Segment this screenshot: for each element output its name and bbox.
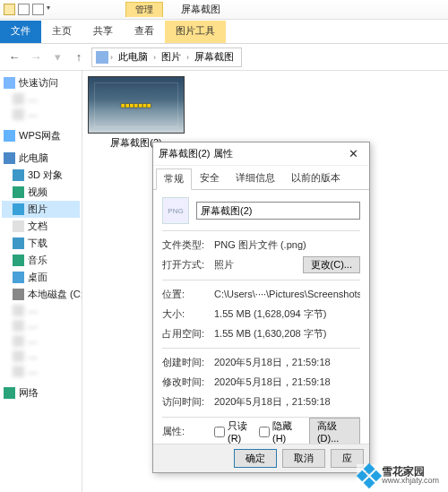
label-created: 创建时间: bbox=[162, 356, 209, 369]
up-button[interactable]: ↑ bbox=[70, 48, 88, 66]
breadcrumb[interactable]: › 此电脑 › 图片 › 屏幕截图 bbox=[91, 47, 242, 67]
sidebar-wps[interactable]: WPS网盘 bbox=[2, 127, 80, 144]
video-icon bbox=[13, 186, 24, 198]
titlebar: ▾ 管理 屏幕截图 bbox=[0, 0, 448, 20]
drive-icon bbox=[13, 320, 24, 332]
value-created: 2020年5月18日，21:59:18 bbox=[214, 356, 360, 369]
sidebar-item-blurred[interactable]: — bbox=[2, 349, 80, 364]
value-modified: 2020年5月18日，21:59:18 bbox=[214, 375, 360, 389]
tab-home[interactable]: 主页 bbox=[41, 21, 82, 43]
sidebar-item-desktop[interactable]: 桌面 bbox=[2, 269, 80, 286]
thumbnail-overlay-text: ■■■■■■■ bbox=[121, 101, 151, 109]
label-modified: 修改时间: bbox=[162, 375, 209, 389]
tab-security[interactable]: 安全 bbox=[192, 168, 228, 189]
snowflake-icon bbox=[357, 462, 382, 488]
change-button[interactable]: 更改(C)... bbox=[303, 256, 360, 273]
tab-view[interactable]: 查看 bbox=[124, 21, 165, 43]
sidebar-item-3d[interactable]: 3D 对象 bbox=[2, 167, 80, 184]
close-button[interactable]: ✕ bbox=[342, 147, 364, 160]
download-icon bbox=[13, 237, 24, 249]
recent-dropdown-icon[interactable]: ▾ bbox=[48, 48, 66, 66]
properties-dialog: 屏幕截图(2) 属性 ✕ 常规 安全 详细信息 以前的版本 PNG 文件类型:P… bbox=[152, 142, 370, 473]
value-size: 1.55 MB (1,628,094 字节) bbox=[214, 307, 360, 321]
value-accessed: 2020年5月18日，21:59:18 bbox=[214, 395, 360, 409]
sidebar-item-blurred[interactable]: — bbox=[2, 333, 80, 349]
sidebar-item-downloads[interactable]: 下载 bbox=[2, 235, 80, 252]
value-type: PNG 图片文件 (.png) bbox=[214, 238, 360, 252]
tab-previous-versions[interactable]: 以前的版本 bbox=[283, 168, 349, 189]
dialog-tabs: 常规 安全 详细信息 以前的版本 bbox=[153, 166, 369, 190]
advanced-button[interactable]: 高级(D)... bbox=[309, 418, 360, 444]
crumb-leaf[interactable]: 屏幕截图 bbox=[191, 50, 237, 64]
ok-button[interactable]: 确定 bbox=[234, 449, 277, 468]
sidebar-label: — bbox=[28, 94, 38, 105]
value-openwith: 照片 bbox=[214, 258, 297, 272]
drive-icon bbox=[13, 366, 24, 377]
value-sizeondisk: 1.55 MB (1,630,208 字节) bbox=[214, 327, 360, 341]
sidebar-label: 音乐 bbox=[28, 254, 47, 267]
folder-icon bbox=[13, 108, 24, 120]
sidebar-label: 本地磁盘 (C:) bbox=[28, 288, 82, 301]
tab-file[interactable]: 文件 bbox=[0, 21, 41, 43]
sidebar-quick-access[interactable]: 快速访问 bbox=[2, 74, 80, 91]
pc-icon bbox=[4, 152, 15, 164]
image-icon bbox=[13, 203, 24, 215]
tab-details[interactable]: 详细信息 bbox=[228, 168, 283, 189]
sidebar-network[interactable]: 网络 bbox=[2, 384, 80, 401]
sidebar-label: — bbox=[28, 109, 38, 120]
sidebar-item-videos[interactable]: 视频 bbox=[2, 184, 80, 201]
back-button[interactable]: ← bbox=[5, 48, 23, 66]
label-size: 大小: bbox=[162, 307, 209, 321]
sidebar-item-documents[interactable]: 文档 bbox=[2, 218, 80, 235]
contextual-tab-label: 管理 bbox=[125, 2, 163, 17]
network-icon bbox=[4, 387, 15, 399]
sidebar-item-blurred[interactable]: — bbox=[2, 318, 80, 333]
label-location: 位置: bbox=[162, 288, 209, 301]
folder-icon bbox=[4, 4, 15, 15]
sidebar-this-pc[interactable]: 此电脑 bbox=[2, 150, 80, 167]
cancel-button[interactable]: 取消 bbox=[282, 449, 325, 468]
sidebar-item-drive-c[interactable]: 本地磁盘 (C:) bbox=[2, 286, 80, 303]
label-sizeondisk: 占用空间: bbox=[162, 327, 209, 341]
qat-item[interactable] bbox=[32, 4, 44, 15]
desktop-icon bbox=[13, 272, 24, 283]
sidebar-label: 网络 bbox=[19, 386, 39, 400]
tab-picture-tools[interactable]: 图片工具 bbox=[165, 21, 226, 43]
cube-icon bbox=[13, 169, 24, 181]
forward-button[interactable]: → bbox=[27, 48, 45, 66]
sidebar-item-blurred[interactable]: — bbox=[2, 364, 80, 379]
thumbnail-image: ■■■■■■■ bbox=[88, 76, 185, 134]
sidebar-item-blurred[interactable]: — bbox=[2, 303, 80, 318]
filetype-icon: PNG bbox=[162, 197, 189, 224]
cloud-icon bbox=[4, 130, 15, 142]
sidebar-label: 桌面 bbox=[28, 271, 47, 284]
chevron-right-icon[interactable]: › bbox=[186, 53, 189, 62]
crumb-pictures[interactable]: 图片 bbox=[158, 50, 185, 64]
qat-dropdown-icon[interactable]: ▾ bbox=[47, 4, 50, 15]
tab-share[interactable]: 共享 bbox=[82, 21, 124, 43]
chevron-right-icon[interactable]: › bbox=[110, 53, 113, 62]
filename-input[interactable] bbox=[196, 202, 360, 220]
qat-item[interactable] bbox=[18, 4, 30, 15]
sidebar-item-blurred[interactable]: — bbox=[2, 107, 80, 122]
label-type: 文件类型: bbox=[162, 238, 209, 252]
sidebar-item-pictures[interactable]: 图片 bbox=[2, 201, 80, 218]
checkbox-hidden[interactable]: 隐藏(H) bbox=[259, 419, 298, 444]
tab-general[interactable]: 常规 bbox=[156, 168, 192, 190]
sidebar-item-blurred[interactable]: — bbox=[2, 91, 80, 107]
value-location: C:\Users\····\Pictures\Screenshots bbox=[214, 289, 360, 299]
navbar: ← → ▾ ↑ › 此电脑 › 图片 › 屏幕截图 bbox=[0, 44, 448, 71]
sidebar-label: 此电脑 bbox=[19, 151, 48, 165]
watermark-url: www.xhjaty.com bbox=[382, 477, 439, 485]
chevron-right-icon[interactable]: › bbox=[153, 53, 156, 62]
sidebar-item-music[interactable]: 音乐 bbox=[2, 252, 80, 269]
crumb-root[interactable]: 此电脑 bbox=[115, 50, 151, 64]
checkbox-readonly[interactable]: 只读(R) bbox=[214, 419, 254, 444]
label-attrs: 属性: bbox=[162, 425, 209, 438]
sidebar-label: 视频 bbox=[28, 186, 47, 199]
drive-icon bbox=[13, 289, 24, 300]
drive-icon bbox=[13, 305, 24, 316]
dialog-title: 屏幕截图(2) 属性 bbox=[159, 147, 233, 160]
dialog-titlebar[interactable]: 屏幕截图(2) 属性 ✕ bbox=[153, 142, 369, 166]
label-accessed: 访问时间: bbox=[162, 395, 209, 409]
